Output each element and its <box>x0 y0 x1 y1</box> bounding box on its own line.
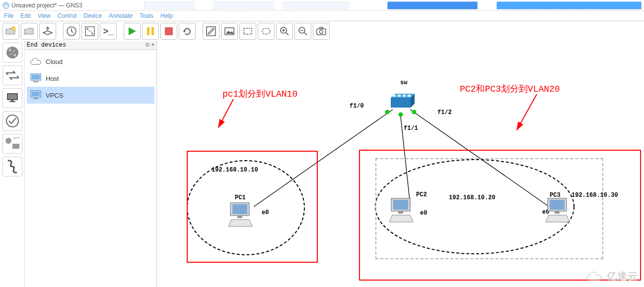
end-devices-category-button[interactable] <box>2 88 22 108</box>
watermark: 亿速云 <box>585 269 638 283</box>
svg-rect-23 <box>8 94 17 99</box>
svg-rect-58 <box>398 211 403 214</box>
svg-rect-28 <box>12 144 19 149</box>
vlan10-annotation: pc1划分到VLAN10 <box>222 88 297 100</box>
host-icon <box>29 72 43 84</box>
svg-rect-62 <box>555 211 560 214</box>
svg-point-15 <box>262 28 270 34</box>
svg-point-0 <box>3 2 9 8</box>
svg-rect-53 <box>232 204 247 214</box>
svg-point-39 <box>399 113 403 117</box>
svg-point-1 <box>11 27 15 31</box>
switches-category-button[interactable] <box>2 65 22 85</box>
open-project-button[interactable] <box>21 23 38 40</box>
routers-category-button[interactable] <box>2 43 22 62</box>
main-toolbar: >_ <box>0 21 644 42</box>
panel-dock-icon[interactable]: ◱ <box>146 41 149 48</box>
svg-rect-7 <box>147 27 149 35</box>
menu-annotate[interactable]: Annotate <box>109 12 133 19</box>
svg-rect-25 <box>11 100 13 101</box>
topology-canvas[interactable]: sw f1/0 f1/1 f1/2 pc1划分到VLAN10 PC2和PC3划分… <box>157 41 644 287</box>
menu-tools[interactable]: Tools <box>140 12 153 19</box>
device-item-host[interactable]: Host <box>27 70 154 87</box>
svg-rect-14 <box>244 28 252 34</box>
svg-marker-13 <box>226 31 234 34</box>
pause-all-button[interactable] <box>142 23 159 40</box>
console-all-button[interactable]: >_ <box>100 23 117 40</box>
snapshot-button[interactable] <box>63 23 80 40</box>
vlan20-annotation: PC2和PC3划分到VLAN20 <box>460 83 560 95</box>
svg-rect-9 <box>165 27 173 35</box>
svg-rect-57 <box>393 200 408 210</box>
svg-rect-48 <box>393 95 396 97</box>
menu-device[interactable]: Device <box>84 12 102 19</box>
security-devices-category-button[interactable] <box>2 111 22 131</box>
add-note-button[interactable] <box>203 23 219 40</box>
svg-rect-54 <box>237 216 242 218</box>
port-label-f11: f1/1 <box>404 125 418 132</box>
svg-rect-50 <box>403 95 406 97</box>
svg-marker-6 <box>129 27 136 35</box>
device-item-cloud[interactable]: Cloud <box>27 53 154 70</box>
zoom-in-button[interactable] <box>276 23 293 40</box>
devices-panel-header: End devices ◱ ✕ <box>25 41 156 50</box>
svg-rect-20 <box>320 27 323 29</box>
menu-bar: File Edit View Control Device Annotate T… <box>0 11 644 21</box>
panel-close-icon[interactable]: ✕ <box>151 41 154 48</box>
svg-point-26 <box>6 115 18 127</box>
svg-rect-49 <box>398 95 401 97</box>
new-project-button[interactable] <box>2 23 19 40</box>
svg-rect-61 <box>550 200 565 210</box>
svg-point-27 <box>5 138 11 144</box>
reload-all-button[interactable] <box>179 23 196 40</box>
svg-rect-33 <box>32 92 40 96</box>
svg-rect-30 <box>32 75 40 79</box>
vpcs-icon <box>29 89 43 101</box>
svg-point-19 <box>320 30 323 34</box>
stop-all-button[interactable] <box>160 23 177 40</box>
svg-rect-31 <box>33 81 38 82</box>
switch-node[interactable] <box>389 93 417 113</box>
start-all-button[interactable] <box>124 23 141 40</box>
svg-marker-59 <box>389 215 413 222</box>
svg-rect-34 <box>33 98 38 99</box>
svg-rect-24 <box>9 101 15 102</box>
pc2-label: PC2 <box>416 191 427 198</box>
device-item-label: Cloud <box>46 58 63 65</box>
menu-view[interactable]: View <box>38 12 51 19</box>
save-project-button[interactable] <box>39 23 56 40</box>
svg-rect-8 <box>151 27 154 35</box>
svg-rect-51 <box>408 95 411 97</box>
devices-panel-title: End devices <box>27 42 66 49</box>
svg-marker-46 <box>391 98 411 108</box>
device-category-bar <box>0 41 25 287</box>
port-label-f10: f1/0 <box>350 103 364 110</box>
pc2-ip: 192.168.10.20 <box>449 194 496 201</box>
pc2-iface: e0 <box>420 210 427 217</box>
all-devices-category-button[interactable] <box>2 134 22 154</box>
port-label-f12: f1/2 <box>437 109 452 116</box>
pc1-node[interactable] <box>226 202 254 230</box>
svg-marker-10 <box>183 31 186 33</box>
menu-file[interactable]: File <box>4 12 13 19</box>
zoom-out-button[interactable] <box>294 23 311 40</box>
device-item-vpcs[interactable]: VPCS <box>27 87 154 104</box>
draw-rect-button[interactable] <box>239 23 256 40</box>
title-bar: Unsaved project* — GNS3 <box>0 0 644 11</box>
show-connectors-button[interactable] <box>81 23 98 40</box>
window-title: Unsaved project* — GNS3 <box>11 2 82 9</box>
screenshot-button[interactable] <box>313 23 330 40</box>
watermark-text: 亿速云 <box>607 270 638 283</box>
svg-line-43 <box>218 99 233 127</box>
insert-image-button[interactable] <box>221 23 238 40</box>
pc2-node[interactable] <box>387 197 415 225</box>
draw-ellipse-button[interactable] <box>258 23 275 40</box>
menu-edit[interactable]: Edit <box>20 12 31 19</box>
pc3-node[interactable] <box>544 197 572 225</box>
menu-help[interactable]: Help <box>160 12 173 19</box>
add-link-button[interactable] <box>2 157 22 176</box>
menu-control[interactable]: Control <box>58 12 77 19</box>
devices-panel: End devices ◱ ✕ Cloud Host <box>25 41 157 287</box>
devices-list: Cloud Host VPCS <box>25 50 156 107</box>
switch-label: sw <box>400 79 407 86</box>
